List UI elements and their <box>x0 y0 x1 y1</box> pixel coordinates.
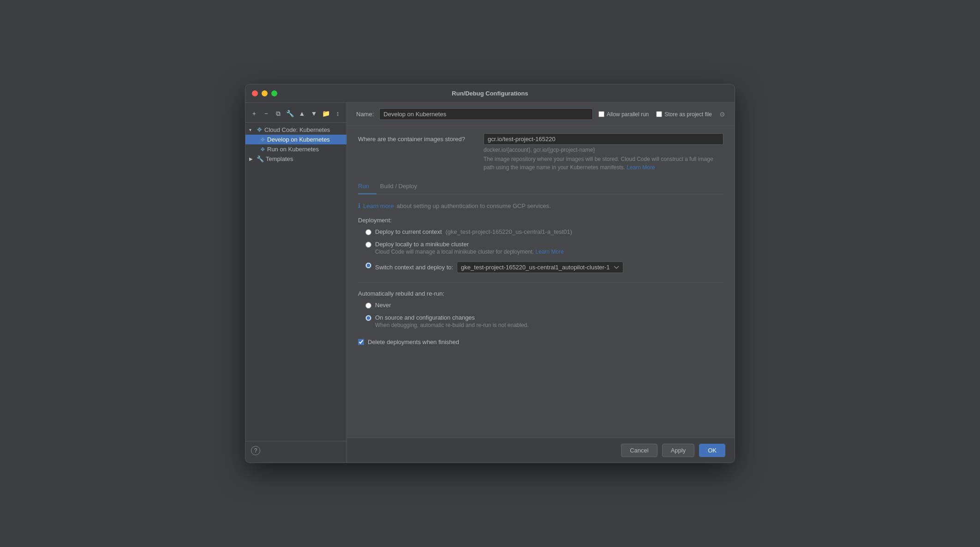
add-config-button[interactable]: + <box>249 108 259 119</box>
cloud-code-group: ▾ ❖ Cloud Code: Kubernetes ❖ Develop on … <box>245 125 347 154</box>
delete-deployments-checkbox[interactable] <box>358 339 364 345</box>
deploy-switch-context-content: Switch context and deploy to: gke_test-p… <box>375 262 623 273</box>
sidebar-tree: ▾ ❖ Cloud Code: Kubernetes ❖ Develop on … <box>245 123 347 441</box>
sort-button[interactable]: ↕ <box>333 108 343 119</box>
ok-button[interactable]: OK <box>699 444 725 457</box>
main-body: Where are the container images stored? d… <box>347 126 735 438</box>
tab-run[interactable]: Run <box>358 179 376 194</box>
learn-more-auth-link[interactable]: Learn more <box>363 202 394 209</box>
deploy-minikube-sublabel: Cloud Code will manage a local minikube … <box>375 248 564 256</box>
name-label: Name: <box>356 111 374 118</box>
delete-deployments-label: Delete deployments when finished <box>368 339 459 345</box>
never-rebuild-label: Never <box>375 302 391 309</box>
traffic-lights <box>252 90 277 96</box>
info-bar: ℹ Learn more about setting up authentica… <box>358 202 723 209</box>
deploy-switch-context-item: Switch context and deploy to: gke_test-p… <box>365 262 723 273</box>
dialog-title: Run/Debug Configurations <box>452 90 528 97</box>
gear-icon[interactable]: ⚙ <box>719 111 725 118</box>
deploy-current-context-content: Deploy to current context (gke_test-proj… <box>375 228 572 235</box>
separator <box>358 282 723 283</box>
chevron-down-icon: ▾ <box>249 127 255 132</box>
never-rebuild-item: Never <box>365 302 723 309</box>
header-options: Allow parallel run Store as project file… <box>598 111 725 118</box>
image-store-row: Where are the container images stored? d… <box>358 133 723 172</box>
remove-config-button[interactable]: − <box>261 108 271 119</box>
allow-parallel-checkbox[interactable] <box>598 111 604 117</box>
delete-deployments-item: Delete deployments when finished <box>358 339 723 345</box>
tab-build-deploy[interactable]: Build / Deploy <box>380 179 424 194</box>
deploy-switch-context-label: Switch context and deploy to: <box>375 264 453 271</box>
deploy-switch-context-radio[interactable] <box>365 262 371 268</box>
deploy-current-context-hint: (gke_test-project-165220_us-central1-a_t… <box>446 228 573 235</box>
auto-rebuild-radio-group: Never On source and configuration change… <box>365 302 723 329</box>
deploy-minikube-label: Deploy locally to a minikube cluster <box>375 241 564 248</box>
minimize-button[interactable] <box>262 90 268 96</box>
deploy-minikube-item: Deploy locally to a minikube cluster Clo… <box>365 241 723 256</box>
info-bar-text: about setting up authentication to consu… <box>396 202 550 209</box>
sidebar-item-develop-kubernetes[interactable]: ❖ Develop on Kubernetes <box>245 135 347 144</box>
image-store-input[interactable] <box>484 133 723 145</box>
move-up-button[interactable]: ▲ <box>297 108 307 119</box>
templates-group[interactable]: ▶ 🔧 Templates <box>245 154 347 164</box>
chevron-right-icon: ▶ <box>249 156 255 161</box>
cluster-select[interactable]: gke_test-project-165220_us-central1_auto… <box>457 262 623 273</box>
sidebar-toolbar: + − ⧉ 🔧 ▲ ▼ 📁 ↕ <box>245 106 347 123</box>
main-content: Name: Allow parallel run Store as projec… <box>347 103 735 463</box>
learn-more-minikube-link[interactable]: Learn More <box>536 249 564 255</box>
sidebar-item-develop-label: Develop on Kubernetes <box>267 136 330 143</box>
deploy-current-context-label: Deploy to current context <box>375 228 442 235</box>
settings-config-button[interactable]: 🔧 <box>285 108 295 119</box>
title-bar: Run/Debug Configurations <box>245 84 735 103</box>
apply-button[interactable]: Apply <box>662 444 695 457</box>
allow-parallel-label[interactable]: Allow parallel run <box>598 111 649 118</box>
on-source-changes-sublabel: When debugging, automatic re-build and r… <box>375 321 529 329</box>
auto-rebuild-section-title: Automatically rebuild and re-run: <box>358 290 723 297</box>
tabs-bar: Run Build / Deploy <box>358 179 723 195</box>
sidebar-item-run-label: Run on Kubernetes <box>267 146 319 153</box>
maximize-button[interactable] <box>271 90 277 96</box>
help-button[interactable]: ? <box>251 446 260 455</box>
cloud-code-icon: ❖ <box>257 126 263 133</box>
allow-parallel-text: Allow parallel run <box>607 111 649 118</box>
deployment-radio-group: Deploy to current context (gke_test-proj… <box>365 228 723 273</box>
deployment-section-title: Deployment: <box>358 217 723 224</box>
on-source-changes-radio[interactable] <box>365 315 371 321</box>
deploy-current-context-radio[interactable] <box>365 229 371 235</box>
on-source-changes-item: On source and configuration changes When… <box>365 314 723 329</box>
image-store-desc: The image repository where your images w… <box>484 155 723 172</box>
on-source-changes-content: On source and configuration changes When… <box>375 314 529 329</box>
sidebar: + − ⧉ 🔧 ▲ ▼ 📁 ↕ ▾ ❖ Cloud Code: Kubernet… <box>245 103 347 463</box>
config-icon: ❖ <box>260 137 265 143</box>
deploy-minikube-content: Deploy locally to a minikube cluster Clo… <box>375 241 564 256</box>
store-as-project-label[interactable]: Store as project file <box>656 111 712 118</box>
templates-label: Templates <box>266 155 293 162</box>
config-icon-2: ❖ <box>260 146 265 153</box>
image-store-label: Where are the container images stored? <box>358 133 478 143</box>
sidebar-bottom: ? <box>245 441 347 460</box>
never-rebuild-radio[interactable] <box>365 303 371 309</box>
cloud-code-group-header[interactable]: ▾ ❖ Cloud Code: Kubernetes <box>245 125 347 135</box>
image-store-right: docker.io/{account}, gcr.io/{gcp-project… <box>484 133 723 172</box>
move-down-button[interactable]: ▼ <box>309 108 319 119</box>
image-store-desc-text: The image repository where your images w… <box>484 156 713 171</box>
cancel-button[interactable]: Cancel <box>621 444 657 457</box>
store-as-project-checkbox[interactable] <box>656 111 662 117</box>
close-button[interactable] <box>252 90 258 96</box>
wrench-icon: 🔧 <box>257 155 264 162</box>
run-debug-dialog: Run/Debug Configurations + − ⧉ 🔧 ▲ ▼ 📁 ↕… <box>245 84 735 463</box>
dialog-footer: Cancel Apply OK <box>347 438 735 463</box>
learn-more-link-images[interactable]: Learn More <box>627 164 655 171</box>
folder-button[interactable]: 📁 <box>321 108 331 119</box>
deploy-minikube-radio[interactable] <box>365 242 371 248</box>
main-header: Name: Allow parallel run Store as projec… <box>347 103 735 126</box>
dialog-body: + − ⧉ 🔧 ▲ ▼ 📁 ↕ ▾ ❖ Cloud Code: Kubernet… <box>245 103 735 463</box>
image-store-hint: docker.io/{account}, gcr.io/{gcp-project… <box>484 147 723 153</box>
info-icon: ℹ <box>358 202 360 209</box>
sidebar-item-run-kubernetes[interactable]: ❖ Run on Kubernetes <box>245 144 347 154</box>
copy-config-button[interactable]: ⧉ <box>273 108 283 119</box>
on-source-changes-label: On source and configuration changes <box>375 314 529 321</box>
name-input[interactable] <box>379 108 593 120</box>
store-as-project-text: Store as project file <box>664 111 712 118</box>
deploy-current-context-item: Deploy to current context (gke_test-proj… <box>365 228 723 235</box>
cloud-code-group-label: Cloud Code: Kubernetes <box>264 126 330 133</box>
